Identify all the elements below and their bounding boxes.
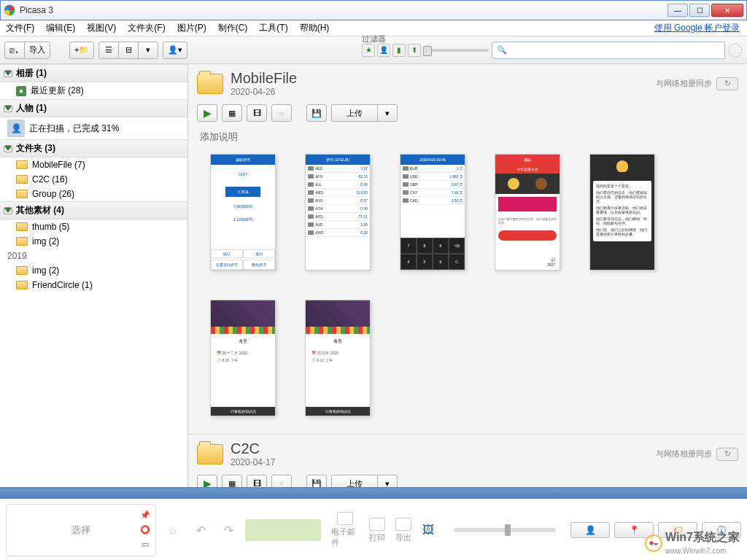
menu-folder[interactable]: 文件夹(F): [122, 22, 171, 34]
menu-edit[interactable]: 编辑(E): [40, 22, 81, 34]
thumbnail[interactable]: 我狗狗是第十个星座。他们有自己的信念，他们有很深的人生观、含蓄的情感交织的生活。…: [589, 154, 655, 271]
pin-icon[interactable]: 📌: [139, 509, 151, 521]
search-input[interactable]: [507, 45, 720, 55]
movie-button[interactable]: 🎞: [247, 475, 267, 487]
import-button[interactable]: 导入: [24, 42, 50, 59]
sidebar-item-scanning[interactable]: 👤正在扫描，已完成 31%: [0, 117, 187, 139]
title-bar: Picasa 3 — ☐ ✕: [0, 0, 747, 20]
filter-slider[interactable]: [423, 49, 489, 52]
window-title: Picasa 3: [20, 5, 667, 15]
view-more-button[interactable]: ▾: [138, 42, 158, 59]
close-button[interactable]: ✕: [711, 4, 743, 17]
sidebar-header-folders[interactable]: 文件夹 (3): [0, 139, 187, 158]
tray-icon[interactable]: ▭: [139, 538, 151, 550]
print-action[interactable]: 打印: [369, 518, 385, 543]
search-box[interactable]: 🔍: [492, 42, 725, 59]
thumbnail[interactable]: 编辑货币 CNY 汇率表 7.66080000 0.13053675 确认返回 …: [210, 154, 276, 271]
search-icon: 🔍: [497, 45, 507, 55]
export-action[interactable]: 导出: [395, 518, 411, 543]
folder-icon: [16, 175, 28, 184]
sync-button[interactable]: ↻: [716, 77, 738, 90]
menu-create[interactable]: 制作(C): [212, 22, 254, 34]
folder-description[interactable]: 添加说明: [188, 128, 747, 151]
thumbnail[interactable]: 属鼠 今年运势大吉 运势一般需要多加特别注意，探讨调整是好时机的。 172927: [495, 154, 560, 271]
sidebar-item-c2c[interactable]: C2C (16): [0, 172, 187, 187]
sidebar-item-friendcircle[interactable]: FriendCircle (1): [0, 278, 187, 292]
menu-help[interactable]: 帮助(H): [294, 22, 336, 34]
email-action[interactable]: 电子邮件: [331, 512, 359, 548]
view-list-button[interactable]: ☰: [98, 42, 119, 59]
folder-icon: [16, 222, 28, 231]
info-chip[interactable]: ⓘ: [702, 522, 741, 538]
selection-label: 选择: [71, 524, 90, 537]
sidebar-year: 2019: [0, 249, 187, 263]
share-google-button[interactable]: [245, 519, 321, 541]
collage-button[interactable]: ▦: [222, 104, 242, 122]
sidebar-header-label: 人物 (1): [16, 102, 47, 114]
upload-button[interactable]: 上传: [331, 104, 378, 122]
view-tree-button[interactable]: ⊟: [118, 42, 139, 59]
star-button[interactable]: ★: [271, 475, 292, 487]
folder-title: C2C: [231, 440, 275, 457]
sidebar-item-img[interactable]: img (2): [0, 234, 187, 249]
sidebar-item-label: FriendCircle (1): [32, 280, 93, 290]
star-action-icon[interactable]: ☆: [163, 521, 182, 540]
star-icon: ★: [16, 86, 26, 96]
sidebar-item-mobilefile[interactable]: MobileFile (7): [0, 158, 187, 172]
clear-icon[interactable]: ⭕: [139, 524, 151, 535]
google-login-link[interactable]: 使用 Google 帐户登录: [654, 22, 747, 34]
sidebar-header-people[interactable]: 人物 (1): [0, 99, 187, 117]
thumbnail[interactable]: 货币 (23 EUR) AED3.97AFN82.15ALL0.00AMD513…: [305, 154, 371, 271]
maximize-button[interactable]: ☐: [689, 4, 710, 17]
thumbnail[interactable]: 考里 📅 25 十二月 2019 🕐 8:30 下午 计算机的知识点: [210, 300, 276, 416]
sync-button[interactable]: ↻: [716, 448, 738, 461]
action-row: ▶ ▦ 🎞 ★ 💾 上传 ▾: [188, 473, 747, 487]
thumbnail-grid: 编辑货币 CNY 汇率表 7.66080000 0.13053675 确认返回 …: [188, 151, 747, 434]
menu-tools[interactable]: 工具(T): [253, 22, 293, 34]
person-icon: 👤: [7, 120, 25, 137]
sidebar-item-group[interactable]: Group (26): [0, 187, 187, 201]
people-chip[interactable]: 👤: [570, 522, 610, 538]
photo-icon[interactable]: 🖼: [419, 521, 438, 540]
people-button[interactable]: 👤▾: [163, 42, 187, 59]
sidebar-item-img-2019[interactable]: img (2): [0, 263, 187, 278]
save-button[interactable]: 💾: [306, 104, 327, 122]
menu-picture[interactable]: 图片(P): [171, 22, 212, 34]
play-button[interactable]: ▶: [197, 104, 217, 122]
star-button[interactable]: ★: [271, 104, 292, 122]
menu-view[interactable]: 视图(V): [81, 22, 122, 34]
upload-dropdown[interactable]: ▾: [377, 475, 398, 487]
zoom-slider[interactable]: [454, 528, 556, 532]
play-button[interactable]: ▶: [197, 475, 217, 487]
thumbnail[interactable]: 2020/4/26 09:46 EUR1 ☲USD1.082 ☲GBP0.87 …: [400, 154, 465, 271]
upload-button[interactable]: 上传: [331, 475, 378, 487]
tag-chip[interactable]: 🏷: [658, 522, 697, 538]
filter-geo-button[interactable]: ⬆: [408, 44, 421, 57]
window-controls: — ☐ ✕: [667, 4, 743, 17]
save-button[interactable]: 💾: [306, 475, 327, 487]
minimize-button[interactable]: —: [667, 4, 688, 17]
sidebar-header-other[interactable]: 其他素材 (4): [0, 201, 187, 219]
filter-movie-button[interactable]: ▮: [392, 44, 406, 57]
add-folder-button[interactable]: +📁: [69, 42, 94, 59]
sidebar-item-recent[interactable]: ★最近更新 (28): [0, 82, 187, 99]
upload-dropdown[interactable]: ▾: [377, 104, 398, 122]
app-logo-icon: [4, 4, 15, 16]
back-button[interactable]: ⎚▸: [4, 42, 25, 59]
sidebar-item-label: MobileFile (7): [32, 160, 85, 170]
filter-star-button[interactable]: ★: [362, 44, 375, 57]
thumbnail[interactable]: 考里 📅 21 四月 2020 🕐 9:12 上午 计算机的知识点: [305, 300, 371, 416]
sidebar-item-label: C2C (16): [32, 174, 68, 184]
menu-file[interactable]: 文件(F): [0, 22, 40, 34]
rotate-left-icon[interactable]: ↶: [191, 521, 210, 540]
collage-button[interactable]: ▦: [222, 475, 242, 487]
location-chip[interactable]: 📍: [614, 522, 654, 538]
folder-icon: [16, 190, 28, 198]
sidebar-header-album[interactable]: 相册 (1): [0, 64, 187, 82]
rotate-right-icon[interactable]: ↷: [219, 521, 238, 540]
bottom-bar: 选择 📌 ⭕ ▭ ☆ ↶ ↷ 电子邮件 打印 导出 🖼 👤 📍 🏷 ⓘ: [0, 487, 747, 560]
sidebar-item-thumb[interactable]: thumb (5): [0, 219, 187, 234]
movie-button[interactable]: 🎞: [247, 104, 267, 122]
filter-face-button[interactable]: 👤: [377, 44, 390, 57]
folder-icon: [197, 444, 223, 464]
